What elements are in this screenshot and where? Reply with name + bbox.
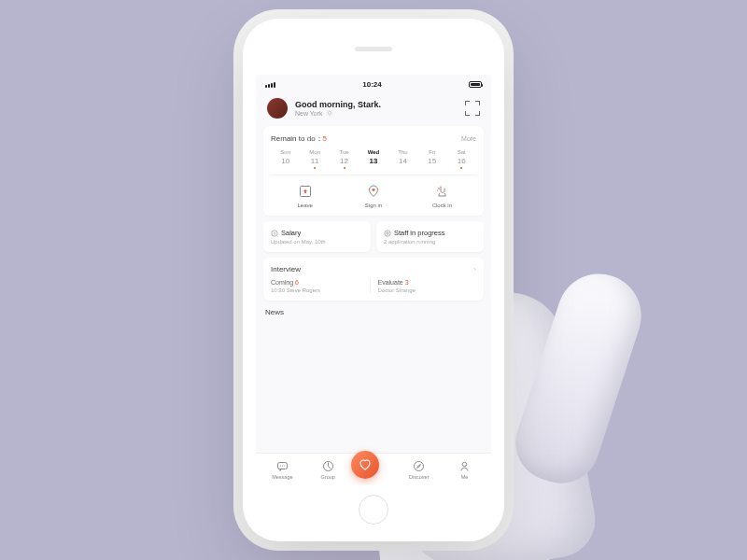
svg-point-18 [280,465,281,466]
location: New York [295,109,458,117]
status-bar: 10:24 [256,75,491,94]
svg-point-15 [385,230,390,235]
svg-line-8 [331,111,331,112]
tab-fab[interactable] [351,460,397,479]
svg-point-0 [328,111,331,114]
action-clockin[interactable]: Clock in [408,183,476,208]
evaluate-label: Evaluate 3 [378,279,472,286]
svg-point-12 [437,189,438,190]
signal-icon [265,82,275,88]
staff-card[interactable]: Staff in progress 2 application running [376,221,484,252]
svg-line-5 [327,111,328,112]
coming-label: Coming 6 [271,279,364,286]
tab-message[interactable]: Message [260,459,305,480]
greeting-text: Good morning, Stark. [295,100,458,109]
action-signin[interactable]: Sign in [339,183,407,208]
avatar[interactable] [267,98,288,119]
group-icon [321,459,334,472]
heart-fab [351,451,379,479]
clockin-icon [433,183,450,200]
calendar-strip: Sun10Mon11Tue12Wed13Thu14Fri15Sat16 [271,149,476,175]
header: Good morning, Stark. New York [256,94,491,126]
interview-card[interactable]: Interview › Coming 6 10:30 Steve Rogers … [263,258,484,301]
tab-discover[interactable]: Discover [396,459,442,480]
calendar-day[interactable]: Sun10 [271,149,300,169]
action-leave[interactable]: Leave [271,183,339,208]
tab-bar: Message Group Discover Me [256,453,491,485]
calendar-day[interactable]: Tue12 [330,149,359,169]
status-time: 10:24 [362,80,381,89]
svg-point-20 [284,465,285,466]
svg-text:¥: ¥ [274,231,276,235]
todo-title: Remain to do：5 [271,133,327,144]
salary-card[interactable]: ¥Salary Updated on May, 10th [263,221,371,252]
svg-line-6 [331,115,331,116]
weather-icon [326,109,333,117]
news-title: News [263,306,484,316]
staff-icon [384,230,391,237]
calendar-day[interactable]: Sat16 [447,149,476,169]
leave-icon [297,183,314,200]
interview-title: Interview [271,265,301,273]
home-button[interactable] [359,495,388,525]
salary-icon: ¥ [271,230,278,237]
calendar-day[interactable]: Thu14 [388,149,417,169]
message-icon [275,459,289,472]
svg-point-11 [439,188,441,189]
discover-icon [413,459,426,472]
tab-group[interactable]: Group [305,459,351,480]
chevron-right-icon: › [473,265,476,273]
battery-icon [469,81,482,88]
phone-frame: 10:24 Good morning, Stark. New York [243,19,504,541]
svg-point-19 [282,465,283,466]
todo-card: Remain to do：5 More Sun10Mon11Tue12Wed13… [263,126,484,216]
svg-point-23 [462,462,466,466]
calendar-day[interactable]: Fri15 [417,149,446,169]
calendar-day[interactable]: Mon11 [300,149,329,169]
signin-icon [365,183,382,200]
quick-actions: Leave Sign in Clock in [271,175,476,208]
screen: 10:24 Good morning, Stark. New York [256,75,491,485]
me-icon [458,459,472,472]
more-link[interactable]: More [461,135,476,142]
svg-point-22 [415,461,424,470]
tab-me[interactable]: Me [442,459,487,480]
svg-point-16 [387,231,388,233]
calendar-day[interactable]: Wed13 [359,149,388,169]
scan-icon[interactable] [465,101,480,116]
svg-line-7 [327,115,328,116]
svg-point-10 [373,189,375,191]
